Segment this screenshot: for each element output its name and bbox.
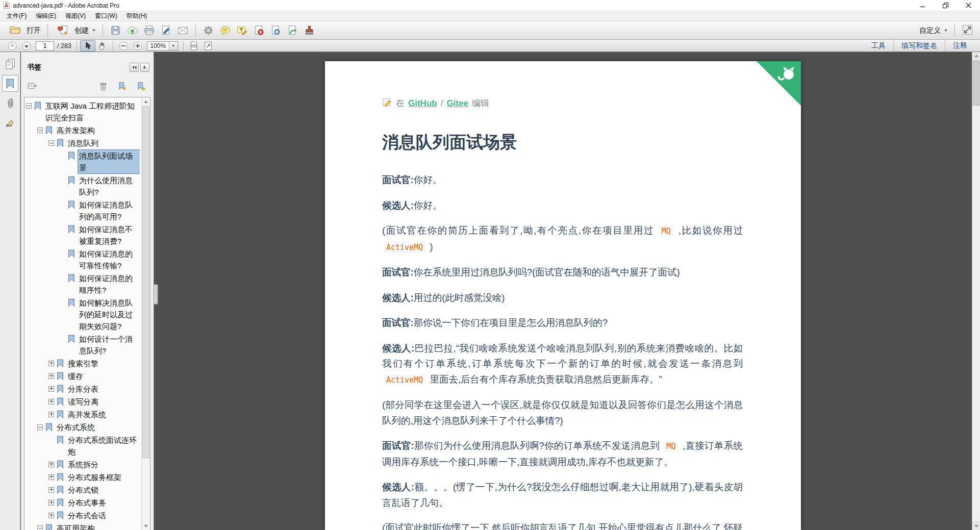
stamp-icon[interactable] (301, 24, 318, 36)
attachments-icon[interactable] (2, 95, 18, 112)
tab-工具[interactable]: 工具 (864, 40, 893, 52)
bookmark-label[interactable]: 为什么使用消息队列? (78, 174, 140, 198)
bookmark-label[interactable]: 分布式系统 (56, 421, 96, 433)
scroll-mode-icon[interactable] (187, 41, 201, 51)
bookmark-item[interactable]: +缓存 (26, 370, 140, 382)
gitee-link[interactable]: Gitee (446, 98, 468, 109)
expand-box-icon[interactable]: + (48, 386, 54, 392)
hand-icon[interactable] (95, 41, 110, 51)
github-link[interactable]: GitHub (408, 98, 437, 109)
delete-page-icon[interactable] (250, 24, 267, 36)
panel-collapse-icon[interactable] (130, 63, 139, 72)
bookmark-item[interactable]: +高并发系统 (26, 409, 140, 420)
collapse-box-icon[interactable]: − (37, 128, 43, 133)
page-up-icon[interactable] (5, 41, 19, 51)
email-icon[interactable] (174, 24, 191, 36)
trash-icon[interactable] (98, 81, 109, 92)
bookmark-label[interactable]: 如何设计一个消息队列? (78, 333, 140, 357)
page-number-input[interactable] (36, 41, 54, 51)
tab-注释[interactable]: 注释 (945, 40, 975, 52)
bookmark-label[interactable]: 分布式服务框架 (67, 471, 122, 483)
collapse-box-icon[interactable]: − (26, 103, 32, 109)
scrollbar-thumb[interactable] (142, 106, 149, 458)
bookmark-item[interactable]: 如何解决消息队列的延时以及过期失效问题? (26, 297, 140, 332)
bookmark-item[interactable]: −互联网 Java 工程师进阶知识完全扫盲 (26, 100, 140, 123)
menu-item[interactable]: 视图(V) (61, 11, 90, 21)
bookmark-label[interactable]: 如何保证消息的顺序性? (78, 272, 140, 296)
folder-open-icon[interactable] (7, 24, 23, 36)
bookmark-label[interactable]: 分布式会话 (67, 510, 107, 521)
bookmark-item[interactable]: +分布式服务框架 (26, 471, 140, 483)
scroll-up-icon[interactable] (142, 97, 150, 106)
bookmark-item[interactable]: 消息队列面试场景 (26, 150, 140, 173)
bookmark-item[interactable]: +读写分离 (26, 396, 140, 408)
bookmark-label[interactable]: 搜索引擎 (67, 358, 99, 369)
bookmark-label[interactable]: 分布式事务 (67, 497, 107, 509)
expand-box-icon[interactable]: + (48, 500, 54, 506)
bookmark-label[interactable]: 高并发系统 (67, 409, 107, 420)
chevron-down-icon[interactable]: ▼ (169, 42, 178, 50)
gear-icon[interactable] (200, 24, 217, 36)
bookmark-item[interactable]: +搜索引擎 (26, 358, 140, 369)
expand-toolbar-icon[interactable] (959, 24, 976, 36)
page-thumbnails-icon[interactable] (2, 55, 18, 72)
bookmark-item[interactable]: 如何保证消息不被重复消费? (26, 223, 140, 247)
menu-item[interactable]: 帮助(H) (122, 11, 152, 21)
collapse-box-icon[interactable]: − (37, 525, 43, 530)
bookmark-item[interactable]: −分布式系统 (26, 421, 140, 433)
bookmark-item[interactable]: 如何保证消息的顺序性? (26, 272, 140, 296)
zoom-in-icon[interactable] (131, 41, 145, 51)
close-icon[interactable] (957, 0, 980, 11)
pdf-file-icon[interactable] (3, 2, 13, 9)
scroll-down-icon[interactable] (142, 522, 150, 530)
bookmark-label[interactable]: 分布式锁 (67, 484, 99, 496)
expand-box-icon[interactable]: + (48, 373, 54, 379)
bookmark-item[interactable]: 如何设计一个消息队列? (26, 333, 140, 357)
menu-item[interactable]: 文件(F) (2, 11, 31, 21)
menu-item[interactable]: 编辑(E) (31, 11, 61, 21)
bookmark-item[interactable]: 分布式系统面试连环炮 (26, 434, 140, 458)
bookmark-label[interactable]: 高可用架构 (56, 522, 96, 530)
bookmark-item[interactable]: +分库分表 (26, 383, 140, 395)
expand-box-icon[interactable]: + (48, 513, 54, 518)
expand-box-icon[interactable]: + (48, 462, 54, 467)
bookmark-item[interactable]: −消息队列 (26, 137, 140, 149)
menu-item[interactable]: 窗口(W) (90, 11, 121, 21)
fit-page-icon[interactable] (201, 41, 215, 51)
page-down-icon[interactable] (19, 41, 34, 51)
bookmark-label[interactable]: 系统拆分 (67, 459, 99, 470)
create-pdf-icon[interactable] (55, 24, 71, 36)
customize-button[interactable]: 自定义 ▼ (917, 25, 950, 36)
bookmarks-icon[interactable] (2, 75, 18, 92)
scroll-up-icon[interactable] (972, 52, 980, 60)
new-bookmark-icon[interactable] (117, 81, 128, 92)
comment-icon[interactable] (217, 24, 234, 36)
expand-box-icon[interactable]: + (48, 361, 54, 366)
document-scrollbar[interactable] (972, 52, 980, 530)
expand-box-icon[interactable]: + (48, 412, 54, 417)
scrollbar-thumb[interactable] (973, 61, 979, 106)
bookmark-item[interactable]: −高并发架构 (26, 124, 140, 136)
open-button[interactable]: 打开 (4, 23, 43, 38)
options-icon[interactable] (27, 81, 38, 92)
collapse-box-icon[interactable]: − (48, 140, 54, 146)
bookmarks-scrollbar[interactable] (141, 97, 150, 530)
bookmark-label[interactable]: 缓存 (67, 370, 84, 382)
bookmark-item[interactable]: +系统拆分 (26, 459, 140, 470)
print-icon[interactable] (141, 24, 158, 36)
bookmark-item[interactable]: +分布式事务 (26, 497, 140, 509)
panel-expand-icon[interactable] (140, 63, 149, 72)
restore-icon[interactable] (934, 0, 957, 11)
bookmark-label[interactable]: 读写分离 (67, 396, 99, 408)
bookmark-item[interactable]: −高可用架构 (26, 522, 140, 530)
bookmark-label[interactable]: 如何保证消息队列的高可用? (78, 199, 140, 222)
expand-box-icon[interactable]: + (48, 487, 54, 493)
bookmark-actions-icon[interactable] (136, 81, 146, 92)
collapse-box-icon[interactable]: − (37, 424, 43, 430)
bookmark-item[interactable]: 如何保证消息队列的高可用? (26, 199, 140, 222)
bookmark-label[interactable]: 高并发架构 (56, 124, 96, 136)
expand-box-icon[interactable]: + (48, 474, 54, 480)
panel-splitter-handle[interactable] (154, 284, 158, 305)
edit-note-icon[interactable] (382, 97, 392, 107)
select-icon[interactable] (80, 40, 95, 52)
